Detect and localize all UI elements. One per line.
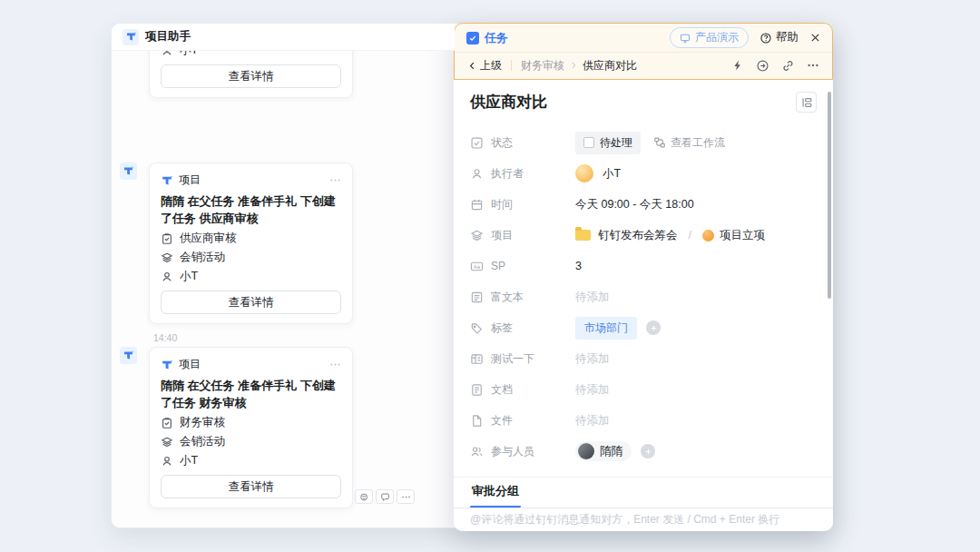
message-card-clipped: 小T 查看详情 [149,51,353,98]
divider [511,60,512,71]
card-assignee-row: 小T [161,451,341,470]
sender-avatar [120,347,137,364]
field-row-doc: 文档 待添加 [470,374,817,405]
card-message-text: 隋隋 在父任务 准备伴手礼 下创建了任务 财务审核 [161,377,341,411]
tag-chip[interactable]: 市场部门 [575,317,637,340]
task-check-icon [466,32,479,44]
desktop-background: 项目助手 小T 查看详情 项目 [0,0,980,552]
subtask-view-icon[interactable] [796,92,817,113]
custom-field-icon [470,352,484,366]
card-task-row: 供应商审核 [161,229,341,248]
quick-action-lightning-icon[interactable] [731,59,744,72]
open-in-full-icon[interactable] [756,59,769,73]
more-icon[interactable] [329,359,341,370]
message-hover-actions [355,489,415,504]
tag-icon [470,321,484,335]
status-checkbox[interactable] [583,137,594,148]
more-actions-icon[interactable] [397,489,415,504]
card-app-name: 项目 [179,172,201,188]
view-details-button[interactable]: 查看详情 [161,291,341,314]
card-task-name: 财务审核 [180,415,225,430]
assignee-name[interactable]: 小T [603,166,621,182]
person-icon [161,51,173,57]
breadcrumb-back-button[interactable]: 上级 [467,58,502,74]
doc-placeholder[interactable]: 待添加 [575,382,610,398]
breadcrumb-parent[interactable]: 财务审核 [521,58,564,74]
assignee-avatar[interactable] [575,164,593,182]
field-row-members: 参与人员 隋隋 [470,436,817,467]
task-detail-body: 供应商对比 状态 待处理 [454,81,833,477]
layers-icon [161,251,173,264]
breadcrumb: 上级 财务审核 供应商对比 [455,53,832,78]
monitor-icon [680,33,691,44]
card-project-row: 会销活动 [161,248,341,267]
sp-value[interactable]: 3 [575,260,582,272]
richtext-placeholder[interactable]: 待添加 [575,290,610,305]
view-details-button[interactable]: 查看详情 [161,64,341,88]
time-value[interactable]: 今天 09:00 - 今天 18:00 [575,197,694,212]
project-group-icon [702,230,714,242]
field-row-assignee: 执行者 小T [470,158,817,189]
add-reaction-icon[interactable] [355,489,373,504]
task-title: 供应商对比 [470,92,547,113]
add-member-icon[interactable] [641,444,655,458]
text-field-icon: Aa [470,260,484,273]
field-row-time: 时间 今天 09:00 - 今天 18:00 [470,189,817,220]
card-project-name: 会销活动 [180,434,225,449]
task-app-badge: 任务 [466,30,508,46]
question-icon [760,32,772,44]
view-workflow-link[interactable]: 查看工作流 [653,135,725,151]
chat-section: 项目助手 小T 查看详情 项目 [112,24,455,527]
comment-input[interactable]: @评论将通过钉钉消息通知对方，Enter 发送 / Cmd + Enter 换行 [454,508,833,531]
document-icon [470,383,484,397]
card-app-name: 项目 [179,357,201,372]
member-chip[interactable]: 隋隋 [575,441,632,461]
file-icon [470,414,484,428]
member-avatar [578,443,594,459]
tab-approval-group[interactable]: 审批分组 [470,476,521,508]
help-button[interactable]: 帮助 [760,30,799,45]
card-project-name: 会销活动 [180,250,225,265]
field-row-richtext: 富文本 待添加 [470,281,817,312]
product-demo-button[interactable]: 产品演示 [670,27,749,48]
reply-comment-icon[interactable] [376,489,394,504]
more-icon[interactable] [329,174,341,186]
view-details-button[interactable]: 查看详情 [161,475,341,498]
card-header: 项目 [161,357,341,372]
project-logo-icon [161,359,173,371]
add-tag-icon[interactable] [646,320,661,335]
layers-icon [161,436,173,448]
test-placeholder[interactable]: 待添加 [575,351,610,367]
task-detail-panel: 任务 产品演示 帮助 [454,23,833,531]
project-folder-icon [575,230,591,241]
card-header: 项目 [161,172,341,188]
panel-header-highlight: 任务 产品演示 帮助 [454,23,833,80]
close-icon[interactable] [809,32,821,44]
more-options-icon[interactable] [807,59,819,72]
panel-scrollbar[interactable] [828,92,831,299]
person-icon [161,455,173,468]
status-chip[interactable]: 待处理 [575,132,641,154]
chevron-left-icon [467,61,477,71]
project-assistant-logo-icon [122,29,139,45]
workflow-icon [653,136,666,149]
detail-tab-bar: 审批分组 [454,477,833,508]
card-assignee: 小T [180,269,198,284]
field-row-project: 项目 钉钉发布会筹会 / 项目立项 [470,220,817,251]
project-name-link[interactable]: 钉钉发布会筹会 [598,228,678,243]
chevron-right-icon [569,61,578,70]
sender-avatar [120,163,137,180]
field-row-test: 测试一下 待添加 [470,343,817,374]
path-separator: / [689,229,691,242]
project-group-link[interactable]: 项目立项 [720,228,765,243]
card-message-text: 隋隋 在父任务 准备伴手礼 下创建了任务 供应商审核 [161,192,341,227]
file-placeholder[interactable]: 待添加 [575,413,610,429]
message-card: 项目 隋隋 在父任务 准备伴手礼 下创建了任务 财务审核 财务审核 会销活动 [149,347,353,508]
project-logo-icon [161,174,173,187]
field-row-sp: Aa SP 3 [470,251,817,281]
copy-link-icon[interactable] [781,59,795,73]
card-task-name: 供应商审核 [180,231,237,246]
card-project-row: 会销活动 [161,432,341,451]
person-icon [470,167,484,181]
status-icon [470,136,484,150]
